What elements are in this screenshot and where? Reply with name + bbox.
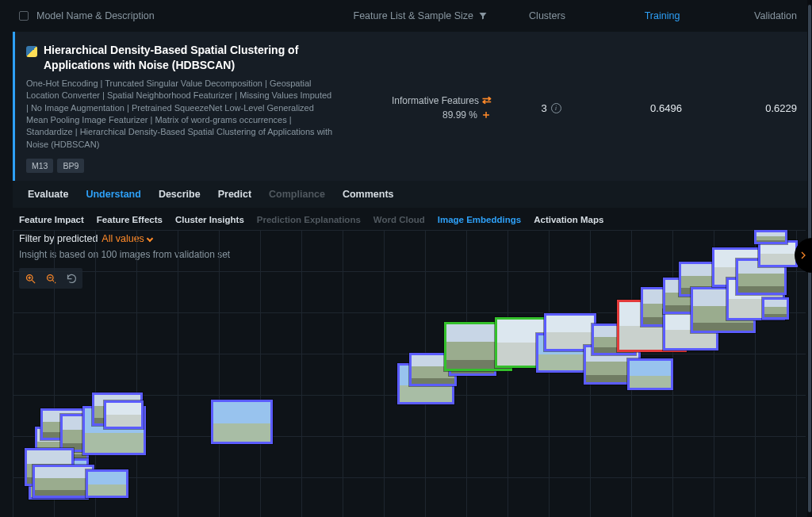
model-description: One-Hot Encoding | Truncated Singular Va… <box>26 78 333 151</box>
embedding-thumbnail[interactable] <box>754 230 787 244</box>
tab-understand[interactable]: Understand <box>77 181 149 208</box>
features-configure-icon[interactable]: ⇄ <box>482 94 492 106</box>
validation-score: 0.6229 <box>722 102 797 114</box>
tab-describe[interactable]: Describe <box>150 181 209 208</box>
secondary-tabs: Feature ImpactFeature EffectsCluster Ins… <box>13 208 808 230</box>
informative-features-label: Informative Features <box>392 95 479 106</box>
embedding-thumbnail[interactable] <box>627 358 673 390</box>
model-title[interactable]: Hierarchical Density-Based Spatial Clust… <box>44 43 333 73</box>
features-add-icon[interactable]: ＋ <box>481 108 492 121</box>
tab-comments[interactable]: Comments <box>334 181 403 208</box>
clusters-value: 3 <box>541 102 546 114</box>
primary-tabs: EvaluateUnderstandDescribePredictComplia… <box>13 181 808 208</box>
subtab-image-embeddings[interactable]: Image Embeddings <box>438 215 521 224</box>
col-validation[interactable]: Validation <box>718 10 797 21</box>
leaderboard-header: Model Name & Description Feature List & … <box>6 0 812 32</box>
embedding-thumbnail[interactable] <box>104 400 144 429</box>
filter-icon[interactable] <box>478 11 488 21</box>
select-all-checkbox[interactable] <box>19 11 29 21</box>
model-card: Hierarchical Density-Based Spatial Clust… <box>13 32 808 181</box>
training-score: 0.6496 <box>611 102 722 114</box>
subtab-word-cloud: Word Cloud <box>373 215 425 224</box>
tab-predict[interactable]: Predict <box>209 181 260 208</box>
tab-compliance: Compliance <box>260 181 334 208</box>
subtab-feature-effects[interactable]: Feature Effects <box>97 215 163 224</box>
informative-features-pct: 89.99 % <box>442 109 477 121</box>
embedding-thumbnail[interactable] <box>758 240 798 267</box>
subtab-prediction-explanations: Prediction Explanations <box>257 215 361 224</box>
embedding-scatter[interactable] <box>13 230 806 517</box>
embedding-thumbnail[interactable] <box>86 469 128 498</box>
model-badge[interactable]: M13 <box>26 159 53 173</box>
col-featurelist[interactable]: Feature List & Sample Size <box>354 10 473 21</box>
col-clusters[interactable]: Clusters <box>488 10 607 21</box>
python-icon <box>26 46 37 57</box>
embedding-thumbnail[interactable] <box>762 297 789 320</box>
info-icon[interactable]: i <box>551 103 561 113</box>
tab-evaluate[interactable]: Evaluate <box>19 181 77 208</box>
col-training[interactable]: Training <box>607 10 718 21</box>
model-badge[interactable]: BP9 <box>57 159 84 173</box>
col-name[interactable]: Model Name & Description <box>36 10 155 21</box>
subtab-cluster-insights[interactable]: Cluster Insights <box>175 215 244 224</box>
subtab-activation-maps[interactable]: Activation Maps <box>534 215 603 224</box>
subtab-feature-impact[interactable]: Feature Impact <box>19 215 84 224</box>
embedding-thumbnail[interactable] <box>211 400 273 444</box>
